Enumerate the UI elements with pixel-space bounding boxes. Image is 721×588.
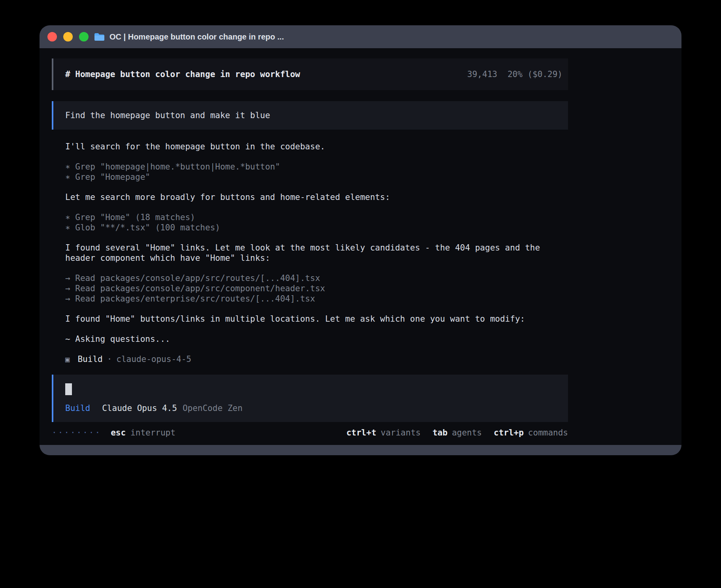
agent-status-line: ▣ Build · claude-opus-4-5 — [65, 354, 568, 364]
assistant-status: ~ Asking questions... — [65, 334, 568, 344]
tool-call-group: → Read packages/console/app/src/routes/[… — [65, 273, 568, 304]
session-stats: 39,413 20% ($0.29) — [467, 69, 562, 79]
session-title: # Homepage button color change in repo w… — [65, 69, 467, 79]
agent-name: Build — [77, 354, 102, 364]
tool-call-line: ∗ Grep "homepage|home.*button|Home.*butt… — [65, 162, 568, 172]
close-button[interactable] — [47, 32, 57, 41]
tool-call-line: ∗ Grep "Homepage" — [65, 172, 568, 182]
tool-call-line: ∗ Grep "Home" (18 matches) — [65, 212, 568, 222]
tool-call-line: ∗ Glob "**/*.tsx" (100 matches) — [65, 222, 568, 233]
agent-model: claude-opus-4-5 — [116, 354, 191, 364]
minimize-button[interactable] — [63, 32, 73, 41]
spinner-dots: ········ — [52, 428, 101, 438]
terminal-window: OC | Homepage button color change in rep… — [40, 25, 681, 455]
folder-icon — [94, 32, 105, 41]
tool-call-group: ∗ Grep "Home" (18 matches) ∗ Glob "**/*.… — [65, 212, 568, 233]
agent-build-icon: ▣ — [65, 354, 70, 364]
tool-call-line: → Read packages/console/app/src/componen… — [65, 283, 568, 294]
shortcut-commands: ctrl+p commands — [494, 428, 568, 438]
input-model-label[interactable]: Claude Opus 4.5 — [102, 403, 177, 413]
shortcut-hints: ctrl+t variants tab agents ctrl+p comman… — [346, 428, 568, 438]
window-titlebar: OC | Homepage button color change in rep… — [40, 25, 681, 48]
shortcut-label: commands — [528, 428, 568, 438]
input-provider-label: OpenCode Zen — [183, 403, 243, 413]
zoom-button[interactable] — [79, 32, 89, 41]
shortcut-label: variants — [381, 428, 421, 438]
input-agent-label[interactable]: Build — [65, 403, 90, 413]
esc-key-label: interrupt — [130, 428, 176, 438]
assistant-message: I'll search for the homepage button in t… — [65, 141, 568, 152]
shortcut-key: ctrl+p — [494, 428, 524, 438]
token-count: 39,413 — [467, 69, 497, 79]
shortcut-agents: tab agents — [432, 428, 482, 438]
tool-call-line: → Read packages/enterprise/src/routes/[.… — [65, 294, 568, 304]
context-cost: 20% ($0.29) — [508, 69, 562, 79]
input-footer: Build Claude Opus 4.5 OpenCode Zen — [65, 403, 568, 413]
user-message: Find the homepage button and make it blu… — [52, 101, 568, 130]
text-cursor — [65, 383, 72, 395]
traffic-lights — [47, 32, 89, 41]
assistant-message: Let me search more broadly for buttons a… — [65, 192, 568, 202]
session-header: # Homepage button color change in repo w… — [52, 58, 568, 90]
terminal-content: # Homepage button color change in repo w… — [40, 48, 681, 445]
prompt-input[interactable]: Build Claude Opus 4.5 OpenCode Zen — [52, 375, 568, 422]
shortcut-key: tab — [432, 428, 447, 438]
window-title: OC | Homepage button color change in rep… — [109, 32, 284, 41]
shortcut-key: ctrl+t — [346, 428, 376, 438]
tool-call-line: → Read packages/console/app/src/routes/[… — [65, 273, 568, 283]
assistant-message: I found "Home" buttons/links in multiple… — [65, 314, 568, 324]
esc-key-hint: esc — [111, 428, 126, 438]
shortcut-label: agents — [452, 428, 482, 438]
tool-call-group: ∗ Grep "homepage|home.*button|Home.*butt… — [65, 162, 568, 182]
user-message-text: Find the homepage button and make it blu… — [65, 110, 270, 121]
agent-separator: · — [107, 354, 112, 364]
status-bar: ········ esc interrupt ctrl+t variants t… — [52, 428, 568, 438]
shortcut-variants: ctrl+t variants — [346, 428, 421, 438]
assistant-transcript: I'll search for the homepage button in t… — [52, 141, 568, 364]
assistant-message: I found several "Home" links. Let me loo… — [65, 243, 568, 263]
